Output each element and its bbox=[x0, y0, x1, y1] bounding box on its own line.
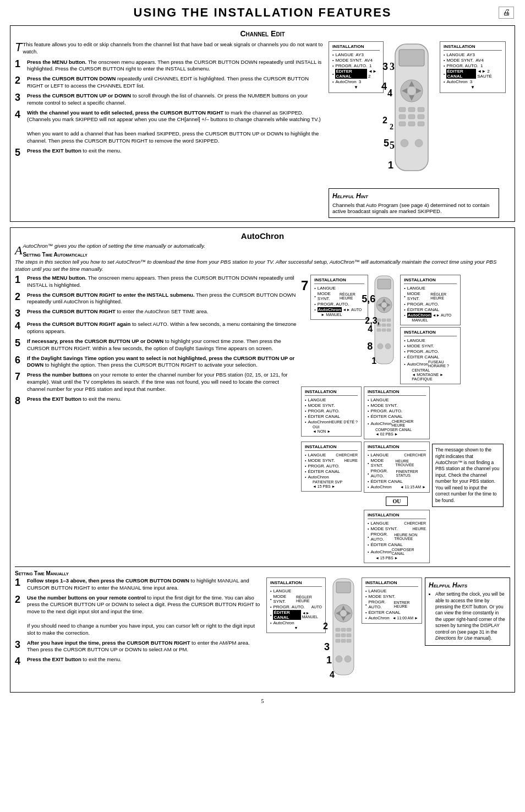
svg-rect-43 bbox=[336, 582, 351, 593]
svg-rect-16 bbox=[399, 122, 406, 126]
manual-step-num-3: 3 bbox=[15, 640, 27, 650]
svg-rect-12 bbox=[418, 107, 424, 112]
auto-screen-num-7: 7 bbox=[301, 279, 308, 292]
channel-edit-hint: Helpful Hint Channels that Auto Program … bbox=[329, 188, 499, 218]
manual-step-2: 2 Use the number buttons on your remote … bbox=[15, 595, 262, 637]
remote-step-5-label: 5 bbox=[384, 138, 389, 149]
auto-step-text-8: Press the EXIT button to exit the menu. bbox=[27, 396, 297, 403]
auto-step-num-5: 5 bbox=[15, 338, 27, 348]
setting-time-auto-title: Setting Time Automatically bbox=[15, 252, 510, 258]
auto-remote-num-8: 8 bbox=[367, 341, 373, 352]
svg-rect-54 bbox=[341, 634, 346, 637]
svg-rect-52 bbox=[347, 628, 351, 631]
remote-step-1-label: 1 bbox=[388, 160, 393, 171]
svg-text:5: 5 bbox=[390, 140, 395, 151]
install-screen-ete: INSTALLATION •LANGUE •MODE SYNT. •PROGR.… bbox=[301, 386, 362, 437]
auto-step-7: 7 Press the number buttons on your remot… bbox=[15, 372, 297, 393]
manual-step-num-2: 2 bbox=[15, 595, 27, 604]
svg-point-59 bbox=[336, 656, 342, 662]
svg-rect-10 bbox=[399, 107, 406, 112]
auto-step-4: 4 Press the CURSOR BUTTON RIGHT again to… bbox=[15, 321, 297, 335]
svg-rect-57 bbox=[341, 639, 346, 642]
auto-step-num-2: 2 bbox=[15, 292, 27, 302]
step-1: 1 Press the MENU button. The onscreen me… bbox=[15, 59, 324, 73]
step-num-4: 4 bbox=[15, 110, 27, 119]
autochron-intro: A AutoChron™ gives you the option of set… bbox=[15, 243, 510, 249]
svg-rect-36 bbox=[387, 324, 391, 326]
hint-title: Helpful Hint bbox=[332, 192, 495, 200]
svg-rect-11 bbox=[408, 107, 415, 112]
manual-step-4: 4 Press the EXIT button to exit the menu… bbox=[15, 656, 262, 666]
remote-container-auto: 5,6 2,3, 4 8 1 bbox=[370, 275, 398, 375]
remote-svg-1: 3 4 bbox=[387, 41, 436, 184]
manual-step-text-2: Use the number buttons on your remote co… bbox=[27, 595, 262, 637]
install-screen-chercher: INSTALLATION •LANGUE •MODE SYNT. •PROGR.… bbox=[364, 386, 430, 439]
auto-screens-row2: INSTALLATION •LANGUE •MODE SYNT. •PROGR.… bbox=[301, 386, 510, 439]
auto-step-num-1: 1 bbox=[15, 275, 27, 285]
install-screen-tz: INSTALLATION •LANGUE •MODE SYNT. •PROGR.… bbox=[400, 327, 461, 384]
channel-edit-screens-area: INSTALLATION •LANGUEAY3 •MODE SYNT.AV4 •… bbox=[329, 41, 506, 186]
step-text-2: Press the CURSOR BUTTON DOWN repeatedly … bbox=[27, 75, 324, 90]
install-screen-patienter: INSTALLATION •LANGUECHERCHER •MODE SYNT.… bbox=[301, 442, 362, 492]
step-2: 2 Press the CURSOR BUTTON DOWN repeatedl… bbox=[15, 75, 324, 90]
auto-remote-num-4: 4 bbox=[368, 324, 373, 334]
auto-step-5: 5 If necessary, press the CURSOR BUTTON … bbox=[15, 338, 297, 352]
autochron-section: AutoChron A AutoChron™ gives you the opt… bbox=[10, 227, 515, 693]
svg-rect-32 bbox=[382, 319, 386, 321]
auto-remote-num-5: 5,6 bbox=[362, 293, 375, 305]
auto-step-num-3: 3 bbox=[15, 308, 27, 318]
step-text-4: With the channel you want to edit select… bbox=[27, 110, 324, 145]
install-screen-auto1: INSTALLATION •LANGUE •MODE SYNT.RÉGLER H… bbox=[310, 275, 368, 320]
page-title: Using the Installation Features bbox=[10, 6, 515, 20]
remote-container-1: 3 4 bbox=[387, 41, 436, 186]
install-screen-heure-trouvee: INSTALLATION •LANGUECHERCHER •MODE SYNT.… bbox=[364, 442, 430, 493]
ou-box: OU bbox=[386, 497, 408, 506]
page-number: 5 bbox=[10, 698, 515, 704]
svg-rect-35 bbox=[382, 324, 386, 326]
svg-text:2: 2 bbox=[390, 123, 393, 131]
svg-rect-39 bbox=[387, 329, 391, 331]
auto-step-text-5: If necessary, press the CURSOR BUTTON UP… bbox=[27, 338, 297, 352]
svg-rect-38 bbox=[382, 329, 386, 331]
manual-remote-num-4: 4 bbox=[330, 670, 335, 680]
svg-rect-14 bbox=[408, 115, 415, 119]
auto-step-num-8: 8 bbox=[15, 396, 27, 406]
svg-rect-56 bbox=[336, 639, 340, 642]
manual-screens-col: INSTALLATION •LANGUE •MODE SYNT.RÉGLER H… bbox=[266, 577, 510, 689]
manual-step-num-4: 4 bbox=[15, 656, 27, 666]
auto-step-text-4: Press the CURSOR BUTTON RIGHT again to s… bbox=[27, 321, 297, 335]
manual-hint-box: Helpful Hints After setting the clock, y… bbox=[425, 577, 510, 646]
svg-rect-51 bbox=[341, 628, 346, 631]
auto-step-8: 8 Press the EXIT button to exit the menu… bbox=[15, 396, 297, 406]
step-num-3: 3 bbox=[15, 92, 27, 102]
svg-rect-33 bbox=[387, 319, 391, 321]
svg-rect-53 bbox=[336, 634, 340, 637]
channel-edit-intro: TThis feature allows you to edit or skip… bbox=[15, 41, 324, 56]
step-text-5: Press the EXIT button to exit the menu. bbox=[27, 148, 324, 155]
auto-screens-patienter-group: INSTALLATION •LANGUECHERCHER •MODE SYNT.… bbox=[301, 442, 362, 492]
printer-icon[interactable]: 🖨 bbox=[499, 7, 514, 19]
manual-hint-item-1: After setting the clock, you will be abl… bbox=[435, 591, 506, 642]
manual-step-text-1: Follow steps 1–3 above, then press the C… bbox=[27, 577, 262, 592]
channel-edit-content: TThis feature allows you to edit or skip… bbox=[15, 41, 510, 218]
channel-edit-steps: TThis feature allows you to edit or skip… bbox=[15, 41, 324, 160]
auto-step-text-1: Press the MENU button. The onscreen menu… bbox=[27, 275, 297, 289]
svg-rect-24 bbox=[378, 279, 391, 289]
manual-screens-area: INSTALLATION •LANGUE •MODE SYNT.RÉGLER H… bbox=[266, 577, 510, 689]
svg-point-40 bbox=[378, 344, 383, 349]
svg-rect-37 bbox=[377, 329, 381, 331]
install-screen-manual2: INSTALLATION •LANGUE •MODE SYNT. •PROGR.… bbox=[362, 577, 422, 624]
step-num-5: 5 bbox=[15, 148, 27, 157]
svg-point-30 bbox=[381, 302, 387, 308]
install-screen-1: INSTALLATION •LANGUEAY3 •MODE SYNT.AV4 •… bbox=[329, 41, 384, 93]
svg-rect-18 bbox=[418, 122, 424, 126]
svg-text:3: 3 bbox=[390, 61, 395, 72]
hint-text: Channels that Auto Program (see page 4) … bbox=[332, 202, 495, 214]
manual-remote-num-3: 3 bbox=[324, 641, 330, 653]
auto-step-num-4: 4 bbox=[15, 321, 27, 331]
manual-step-text-3: After you have input the time, press the… bbox=[27, 640, 262, 654]
install-screen-manual1: INSTALLATION •LANGUE •MODE SYNT.RÉGLER H… bbox=[266, 577, 326, 633]
auto-step-2: 2 Press the CURSOR BUTTON RIGHT to enter… bbox=[15, 292, 297, 306]
manual-step-3: 3 After you have input the time, press t… bbox=[15, 640, 262, 654]
screen-title-auto1: INSTALLATION bbox=[314, 277, 364, 284]
